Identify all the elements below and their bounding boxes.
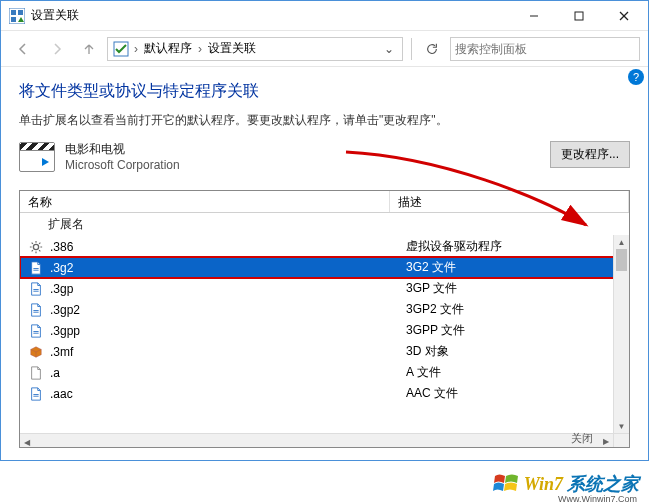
extension-name: .3gpp	[50, 324, 406, 338]
list-item[interactable]: .3gp3GP 文件	[20, 278, 629, 299]
close-link[interactable]: 关闭	[571, 431, 593, 446]
extension-desc: 3GP2 文件	[406, 301, 629, 318]
svg-rect-14	[33, 310, 38, 311]
list-item[interactable]: .386虚拟设备驱动程序	[20, 236, 629, 257]
extension-name: .3gp	[50, 282, 406, 296]
movies-tv-icon	[19, 142, 55, 172]
extension-name: .a	[50, 366, 406, 380]
program-corp: Microsoft Corporation	[65, 158, 180, 172]
chevron-down-icon[interactable]: ⌄	[378, 42, 400, 56]
extension-name: .3g2	[50, 261, 406, 275]
program-name: 电影和电视	[65, 141, 180, 158]
extension-desc: 3GP 文件	[406, 280, 629, 297]
file-type-icon	[28, 239, 44, 255]
program-row: 电影和电视 Microsoft Corporation 更改程序...	[19, 141, 630, 172]
page-subtext: 单击扩展名以查看当前打开它的默认程序。要更改默认程序，请单击"更改程序"。	[19, 112, 630, 129]
file-type-icon	[28, 302, 44, 318]
svg-rect-19	[33, 395, 38, 396]
search-input[interactable]	[450, 37, 640, 61]
window-title: 设置关联	[31, 7, 79, 24]
chevron-right-icon: ›	[196, 42, 204, 56]
file-type-icon	[28, 281, 44, 297]
svg-rect-13	[33, 290, 38, 291]
minimize-button[interactable]	[511, 1, 556, 30]
list-item[interactable]: .3g23G2 文件	[20, 257, 629, 278]
svg-rect-10	[33, 268, 38, 269]
svg-rect-1	[11, 10, 16, 15]
help-button[interactable]: ?	[628, 69, 644, 85]
scroll-thumb[interactable]	[616, 249, 627, 271]
maximize-button[interactable]	[556, 1, 601, 30]
back-button[interactable]	[9, 35, 37, 63]
extension-desc: 3GPP 文件	[406, 322, 629, 339]
svg-rect-17	[33, 332, 38, 333]
svg-rect-11	[33, 269, 38, 270]
group-header: 扩展名	[20, 213, 629, 236]
svg-rect-15	[33, 311, 38, 312]
titlebar: 设置关联	[1, 1, 648, 31]
svg-point-9	[33, 244, 38, 249]
column-name[interactable]: 名称	[20, 191, 390, 212]
refresh-button[interactable]	[420, 37, 444, 61]
file-type-icon	[28, 323, 44, 339]
watermark-url: Www.Winwin7.Com	[558, 494, 637, 502]
extension-desc: 3G2 文件	[406, 259, 629, 276]
svg-rect-18	[33, 394, 38, 395]
file-association-list: 名称 描述 扩展名.386虚拟设备驱动程序.3g23G2 文件.3gp3GP 文…	[19, 190, 630, 448]
extension-name: .3gp2	[50, 303, 406, 317]
up-button[interactable]	[77, 35, 101, 63]
scroll-up-button[interactable]: ▲	[614, 235, 629, 249]
extension-desc: A 文件	[406, 364, 629, 381]
breadcrumb-seg-1[interactable]: 默认程序	[140, 38, 196, 59]
extension-name: .386	[50, 240, 406, 254]
scrollbar-corner	[613, 433, 629, 447]
extension-desc: 虚拟设备驱动程序	[406, 238, 629, 255]
list-item[interactable]: .3gp23GP2 文件	[20, 299, 629, 320]
vertical-scrollbar[interactable]: ▲ ▼	[613, 235, 629, 433]
list-item[interactable]: .3mf3D 对象	[20, 341, 629, 362]
extension-desc: AAC 文件	[406, 385, 629, 402]
navbar: › 默认程序 › 设置关联 ⌄	[1, 31, 648, 67]
close-button[interactable]	[601, 1, 646, 30]
scroll-right-button[interactable]: ▶	[599, 434, 613, 447]
scroll-down-button[interactable]: ▼	[614, 419, 629, 433]
app-icon	[9, 8, 25, 24]
svg-rect-12	[33, 289, 38, 290]
watermark-text-1: Win7	[524, 474, 563, 495]
file-type-icon	[28, 344, 44, 360]
extension-name: .3mf	[50, 345, 406, 359]
scroll-area: 扩展名.386虚拟设备驱动程序.3g23G2 文件.3gp3GP 文件.3gp2…	[20, 213, 629, 447]
change-program-button[interactable]: 更改程序...	[550, 141, 630, 168]
breadcrumb-seg-2[interactable]: 设置关联	[204, 38, 260, 59]
svg-rect-16	[33, 331, 38, 332]
list-item[interactable]: .3gpp3GPP 文件	[20, 320, 629, 341]
window: 设置关联 › 默认程序 › 设置关联 ⌄ ? 将文件类型或协议与特定程序关联 单…	[0, 0, 649, 461]
windows-logo-icon	[492, 470, 520, 498]
list-item[interactable]: .aacAAC 文件	[20, 383, 629, 404]
page-heading: 将文件类型或协议与特定程序关联	[19, 81, 630, 102]
file-type-icon	[28, 260, 44, 276]
svg-rect-3	[11, 17, 16, 22]
chevron-right-icon: ›	[132, 42, 140, 56]
breadcrumb-icon	[112, 40, 130, 58]
file-type-icon	[28, 365, 44, 381]
horizontal-scrollbar[interactable]: ◀ ▶	[20, 433, 613, 447]
separator	[411, 38, 412, 60]
forward-button[interactable]	[43, 35, 71, 63]
column-desc[interactable]: 描述	[390, 191, 629, 212]
svg-rect-2	[18, 10, 23, 15]
list-item[interactable]: .aA 文件	[20, 362, 629, 383]
window-controls	[511, 1, 646, 30]
list-header: 名称 描述	[20, 191, 629, 213]
scroll-left-button[interactable]: ◀	[20, 436, 34, 448]
watermark-text-2: 系统之家	[567, 472, 639, 496]
extension-name: .aac	[50, 387, 406, 401]
file-type-icon	[28, 386, 44, 402]
content-area: ? 将文件类型或协议与特定程序关联 单击扩展名以查看当前打开它的默认程序。要更改…	[1, 67, 648, 460]
extension-desc: 3D 对象	[406, 343, 629, 360]
breadcrumb[interactable]: › 默认程序 › 设置关联 ⌄	[107, 37, 403, 61]
svg-rect-5	[575, 12, 583, 20]
